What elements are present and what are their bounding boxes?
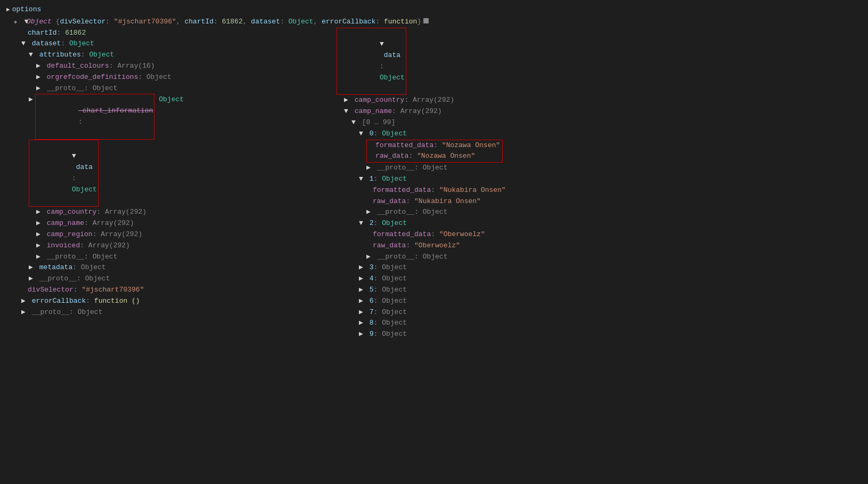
item1-proto-arrow[interactable]: ▶ — [366, 207, 373, 218]
item2-formatted-val: "Oberwoelz" — [439, 229, 485, 240]
item0-arrow[interactable]: ▼ — [359, 128, 365, 140]
div-selector-line: divSelector : "#jschart70396" — [6, 285, 326, 296]
item1-proto-key: __proto__ — [373, 207, 414, 218]
camp-region-key: camp_region — [43, 229, 93, 240]
item3-val: Object — [382, 262, 407, 273]
dataset-arrow[interactable]: ▼ — [21, 38, 28, 50]
item7-key: 7 — [365, 307, 374, 318]
camp-name-right-arrow[interactable]: ▼ — [344, 106, 350, 117]
item1-arrow[interactable]: ▼ — [359, 174, 365, 185]
data-right-arrow[interactable]: ▼ — [380, 39, 386, 50]
item4-arrow[interactable]: ▶ — [359, 273, 365, 285]
attr-proto-key: __proto__ — [43, 83, 84, 94]
root-proto-arrow[interactable]: ▶ — [21, 307, 28, 318]
bullet — [366, 229, 373, 240]
camp-country-left-val: Array(292) — [105, 207, 146, 218]
invoiced-arrow[interactable]: ▶ — [36, 240, 43, 252]
metadata-arrow[interactable]: ▶ — [29, 262, 35, 273]
camp-region-arrow[interactable]: ▶ — [36, 229, 43, 240]
default-colours-key: default_colours — [43, 61, 109, 72]
item2-proto-key: __proto__ — [373, 252, 414, 263]
item5-arrow[interactable]: ▶ — [359, 285, 365, 296]
item2-arrow[interactable]: ▼ — [359, 218, 365, 229]
item9-val: Object — [382, 329, 407, 340]
item0-proto-arrow[interactable]: ▶ — [366, 163, 373, 174]
dataset-proto-key: __proto__ — [35, 273, 77, 285]
item2-key: 2 — [365, 218, 374, 229]
camp-name-right-key: camp_name — [350, 106, 392, 117]
item0-proto-line: ▶ __proto__ : Object — [337, 163, 862, 174]
root-dataset-val: Object — [289, 17, 314, 28]
item2-proto-arrow[interactable]: ▶ — [366, 252, 373, 263]
left-panel: chartId : 61862 ▼ dataset : Object ▼ att… — [6, 28, 326, 340]
item1-formatted-key: formatted_data — [373, 185, 431, 196]
root-error-key: errorCallback — [322, 17, 375, 28]
bullet — [369, 140, 375, 151]
camp-name-left-val: Array(292) — [93, 218, 134, 229]
data-proto-arrow[interactable]: ▶ — [36, 252, 43, 263]
attributes-val: Object — [89, 50, 114, 61]
dataset-proto-arrow[interactable]: ▶ — [29, 273, 35, 285]
error-callback-line: ▶ errorCallback : function () — [6, 296, 326, 307]
data-left-val: Object — [72, 185, 97, 193]
error-callback-arrow[interactable]: ▶ — [21, 296, 28, 307]
item4-val: Object — [382, 273, 407, 285]
chartid-line: chartId : 61862 — [6, 28, 326, 39]
main-content: chartId : 61862 ▼ dataset : Object ▼ att… — [6, 28, 862, 340]
range-arrow[interactable]: ▼ — [351, 117, 358, 128]
item1-val: Object — [382, 174, 407, 185]
item8-line: ▶ 8 : Object — [337, 318, 862, 329]
camp-country-right-key: camp_country — [350, 95, 404, 106]
item7-arrow[interactable]: ▶ — [359, 307, 365, 318]
bullet — [369, 151, 375, 162]
item8-arrow[interactable]: ▶ — [359, 318, 365, 329]
item3-arrow[interactable]: ▶ — [359, 262, 365, 273]
default-colours-arrow[interactable]: ▶ — [36, 61, 43, 72]
camp-country-right-val: Array(292) — [413, 95, 454, 106]
item6-arrow[interactable]: ▶ — [359, 296, 365, 307]
div-selector-key: divSelector — [28, 285, 73, 296]
root-arrow[interactable]: ▼ — [20, 17, 27, 28]
chartid-key: chartId — [28, 28, 57, 39]
dataset-proto-val: Object — [85, 273, 110, 285]
bullet — [366, 240, 373, 252]
camp-name-left-arrow[interactable]: ▶ — [36, 218, 43, 229]
camp-country-right-arrow[interactable]: ▶ — [344, 95, 350, 106]
data-left-arrow[interactable]: ▼ — [72, 151, 78, 162]
root-chart-id-key: chartId — [185, 17, 214, 28]
item4-line: ▶ 4 : Object — [337, 273, 862, 285]
root-key: Object — [27, 17, 56, 28]
item2-raw-line: raw_data : "Oberwoelz" — [337, 240, 862, 252]
item1-line: ▼ 1 : Object — [337, 174, 862, 185]
attr-proto-val: Object — [93, 83, 118, 94]
div-selector-bullet — [21, 285, 28, 296]
camp-country-left-arrow[interactable]: ▶ — [36, 207, 43, 218]
item2-raw-val: "Oberwoelz" — [414, 240, 460, 252]
div-selector-val: "#jschart70396" — [81, 285, 144, 296]
camp-name-right-val: Array(292) — [400, 106, 442, 117]
attr-proto-arrow[interactable]: ▶ — [36, 83, 43, 94]
item1-raw-line: raw_data : "Nukabira Onsen" — [337, 196, 862, 207]
item0-raw-line: raw_data : "Nozawa Onsen" — [369, 151, 500, 162]
top-options-line: ▶ options — [6, 4, 862, 15]
root-div-selector-key: divSelector — [60, 17, 105, 28]
item2-raw-key: raw_data — [373, 240, 406, 252]
attributes-arrow[interactable]: ▼ — [29, 50, 35, 61]
item0-raw-val: "Nozawa Onsen" — [417, 151, 475, 162]
data-left-key: data — [72, 163, 93, 171]
options-arrow[interactable]: ▶ — [6, 5, 10, 15]
item9-line: ▶ 9 : Object — [337, 329, 862, 340]
attr-proto-line: ▶ __proto__ : Object — [6, 83, 326, 94]
item6-key: 6 — [365, 296, 374, 307]
item4-key: 4 — [365, 273, 374, 285]
chart-info-key: chart_information — [78, 107, 153, 115]
item0-val: Object — [382, 128, 407, 140]
invoiced-key: invoiced — [43, 240, 80, 252]
orgref-arrow[interactable]: ▶ — [36, 72, 43, 83]
item8-val: Object — [382, 318, 407, 329]
bullet — [366, 185, 373, 196]
bullet — [21, 28, 28, 39]
range-line: ▼ [0 … 99] — [337, 117, 862, 128]
chart-info-arrow[interactable]: ▶ — [29, 94, 35, 106]
item9-arrow[interactable]: ▶ — [359, 329, 365, 340]
